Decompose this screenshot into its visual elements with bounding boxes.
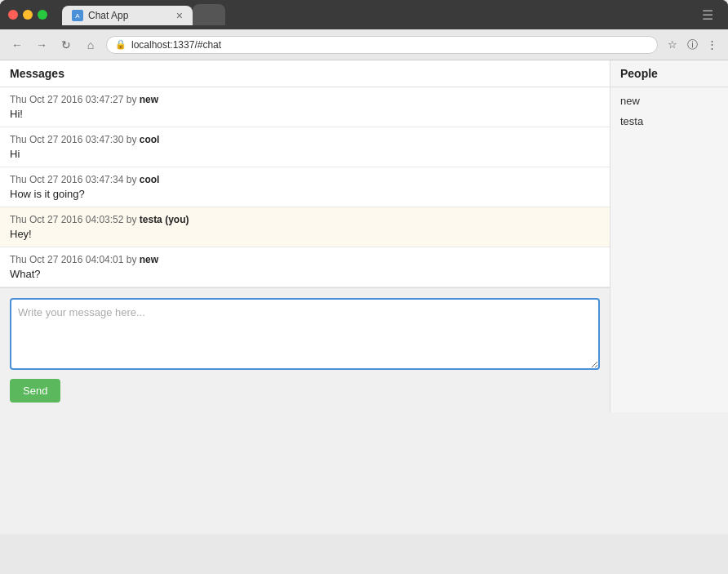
close-button[interactable] [8, 10, 18, 20]
back-button[interactable]: ← [8, 36, 26, 54]
messages-header: Messages [0, 60, 610, 87]
forward-button[interactable]: → [33, 36, 51, 54]
message-meta: Thu Oct 27 2016 03:47:34 by cool [10, 174, 600, 185]
url-text: localhost:1337/#chat [131, 39, 221, 51]
message-item: Thu Oct 27 2016 03:47:34 by cool How is … [0, 167, 610, 207]
tab-title: Chat App [88, 10, 171, 21]
message-input[interactable] [10, 298, 600, 370]
people-section: People newtesta [610, 60, 728, 412]
tab-favicon: A [72, 10, 83, 21]
message-meta: Thu Oct 27 2016 03:47:27 by new [10, 94, 600, 105]
bookmark-icon[interactable]: ☆ [664, 37, 681, 53]
more-icon[interactable]: ⋮ [704, 37, 720, 53]
home-button[interactable]: ⌂ [82, 36, 100, 54]
message-text: What? [10, 268, 600, 280]
person-item[interactable]: new [610, 91, 728, 111]
input-area: Send [0, 288, 610, 412]
messages-list: Thu Oct 27 2016 03:47:27 by new Hi! Thu … [0, 87, 610, 288]
person-item[interactable]: testa [610, 111, 728, 131]
message-sender: cool [140, 174, 160, 185]
send-button[interactable]: Send [10, 379, 60, 403]
message-text: Hi! [10, 108, 600, 120]
message-meta: Thu Oct 27 2016 03:47:30 by cool [10, 134, 600, 145]
message-text: How is it going? [10, 188, 600, 200]
message-meta: Thu Oct 27 2016 04:04:01 by new [10, 254, 600, 265]
people-header: People [610, 60, 728, 87]
info-icon[interactable]: ⓘ [684, 37, 700, 53]
inactive-tab[interactable] [193, 4, 225, 25]
messages-section: Messages Thu Oct 27 2016 03:47:27 by new… [0, 60, 610, 412]
title-bar: A Chat App × ☰ [0, 0, 728, 29]
message-item: Thu Oct 27 2016 03:47:30 by cool Hi [0, 127, 610, 167]
message-sender: new [140, 94, 158, 105]
address-actions: ☆ ⓘ ⋮ [664, 37, 720, 53]
message-sender: new [140, 254, 158, 265]
message-text: Hey! [10, 228, 600, 240]
message-item: Thu Oct 27 2016 03:47:27 by new Hi! [0, 87, 610, 127]
browser-menu-icon[interactable]: ☰ [695, 7, 720, 23]
message-text: Hi [10, 148, 600, 160]
lock-icon: 🔒 [115, 39, 127, 50]
people-list: newtesta [610, 87, 728, 135]
url-bar[interactable]: 🔒 localhost:1337/#chat [106, 36, 658, 54]
address-bar: ← → ↻ ⌂ 🔒 localhost:1337/#chat ☆ ⓘ ⋮ [0, 29, 728, 60]
traffic-lights [8, 10, 47, 20]
app-layout: Messages Thu Oct 27 2016 03:47:27 by new… [0, 60, 728, 412]
message-item: Thu Oct 27 2016 04:04:01 by new What? [0, 247, 610, 287]
refresh-button[interactable]: ↻ [57, 36, 75, 54]
message-item: Thu Oct 27 2016 04:03:52 by testa (you) … [0, 207, 610, 247]
message-sender: testa (you) [140, 214, 189, 225]
browser-chrome: A Chat App × ☰ ← → ↻ ⌂ 🔒 localhost:1337/… [0, 0, 728, 534]
active-tab[interactable]: A Chat App × [62, 6, 193, 25]
app-window: Messages Thu Oct 27 2016 03:47:27 by new… [0, 60, 728, 534]
maximize-button[interactable] [38, 10, 47, 20]
tab-close-icon[interactable]: × [176, 10, 183, 21]
message-sender: cool [140, 134, 160, 145]
message-meta: Thu Oct 27 2016 04:03:52 by testa (you) [10, 214, 600, 225]
minimize-button[interactable] [23, 10, 33, 20]
